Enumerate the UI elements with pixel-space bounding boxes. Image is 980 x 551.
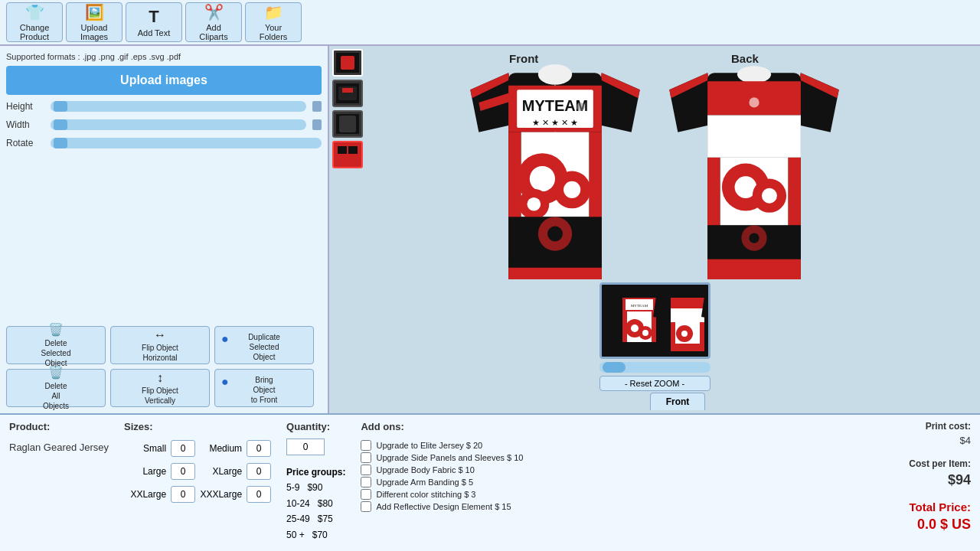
svg-rect-9 — [348, 146, 358, 154]
upload-images-button[interactable]: 🖼️ Upload Images — [66, 2, 122, 42]
svg-point-55 — [749, 97, 759, 107]
flip-vertical-button[interactable]: ↕️ Flip ObjectVertically — [110, 369, 210, 407]
zoom-slider[interactable] — [599, 362, 710, 373]
height-slider[interactable] — [51, 101, 306, 112]
view-panel[interactable]: Front Back — [329, 46, 980, 279]
addon-4-checkbox[interactable] — [361, 477, 371, 487]
svg-text:MYTEAM: MYTEAM — [631, 304, 648, 308]
addons-section: Add ons: Upgrade to Elite Jersey $ 20 Up… — [361, 421, 575, 545]
width-slider[interactable] — [51, 119, 306, 130]
height-slider-row: Height — [6, 101, 322, 112]
width-resize-handle[interactable] — [312, 119, 322, 130]
total-price-label: Total Price: — [879, 500, 971, 514]
svg-point-25 — [530, 165, 555, 191]
total-price-value: 0.0 $ US — [879, 517, 971, 533]
duplicate-selected-button[interactable]: ● DuplicateSelectedObject — [214, 326, 314, 364]
side-thumbnails — [329, 46, 366, 171]
cost-per-item-label: Cost per Item: — [879, 458, 971, 469]
xxlarge-input[interactable] — [171, 486, 195, 503]
bring-to-front-button[interactable]: ● BringObjectto Front — [214, 369, 314, 407]
flip-h-icon: ↔️ — [154, 328, 166, 344]
price-row-2: 10-24 $80 — [286, 496, 345, 511]
trash-all-icon: 🗑️ — [48, 365, 64, 381]
xxxlarge-input[interactable] — [247, 486, 271, 503]
svg-point-80 — [681, 331, 688, 337]
add-cliparts-button[interactable]: ✂️ Add Cliparts — [185, 2, 242, 42]
svg-rect-45 — [788, 157, 801, 225]
svg-point-67 — [631, 324, 639, 332]
small-input[interactable] — [171, 440, 195, 457]
left-panel: Supported formats : .jpg .png .gif .eps … — [0, 46, 329, 413]
price-row-3: 25-49 $75 — [286, 511, 345, 527]
svg-point-33 — [547, 226, 563, 241]
delete-selected-button[interactable]: 🗑️ DeleteSelectedObject — [6, 326, 106, 364]
height-resize-handle[interactable] — [312, 101, 322, 112]
front-jersey[interactable]: MYTEAM ★ ✕ ★ ✕ ★ — [467, 56, 643, 280]
addon-5-label: Different color stitching $ 3 — [376, 490, 475, 499]
your-folders-button[interactable]: 📁 Your Folders — [245, 2, 302, 42]
size-row-small: Small Medium — [124, 440, 271, 457]
bottom-bar: Product: Raglan Geared Jersey Sizes: Sma… — [0, 413, 980, 551]
rotate-slider-thumb — [54, 138, 67, 148]
addon-1-checkbox[interactable] — [361, 440, 371, 451]
flip-horizontal-button[interactable]: ↔️ Flip ObjectHorizontal — [110, 326, 210, 364]
product-name: Raglan Geared Jersey — [9, 442, 109, 453]
delete-all-button[interactable]: 🗑️ DeleteAllObjects — [6, 369, 106, 407]
price-row-4: 50 + $70 — [286, 527, 345, 543]
bring-front-icon: ● — [221, 374, 229, 390]
preview-section: MYTEAM ★✕★✕★ — [599, 282, 710, 391]
quantity-section: Quantity: 0 Price groups: 5-9 $90 10-24 … — [286, 421, 345, 545]
view-thumb-4[interactable] — [332, 141, 363, 168]
flip-v-icon: ↕️ — [157, 370, 163, 386]
zoom-thumb — [603, 362, 626, 373]
view-thumb-1[interactable] — [332, 49, 363, 77]
addon-5: Different color stitching $ 3 — [361, 489, 572, 500]
sizes-label: Sizes: — [124, 421, 271, 432]
svg-point-29 — [527, 197, 541, 210]
addon-1-label: Upgrade to Elite Jersey $ 20 — [376, 441, 482, 450]
xlarge-input[interactable] — [247, 463, 271, 480]
addon-3-checkbox[interactable] — [361, 465, 371, 475]
back-jersey[interactable] — [666, 56, 842, 280]
medium-input[interactable] — [247, 440, 271, 457]
addon-5-checkbox[interactable] — [361, 489, 371, 500]
svg-point-35 — [577, 102, 585, 110]
price-row-1: 5-9 $90 — [286, 480, 345, 495]
svg-point-50 — [762, 187, 777, 203]
product-label: Product: — [9, 421, 109, 432]
width-label: Width — [6, 119, 44, 130]
add-text-button[interactable]: T Add Text — [126, 2, 182, 42]
addon-1: Upgrade to Elite Jersey $ 20 — [361, 440, 572, 451]
clipart-icon: ✂️ — [204, 3, 224, 21]
svg-rect-76 — [671, 322, 675, 344]
addon-2-checkbox[interactable] — [361, 452, 371, 463]
addons-label: Add ons: — [361, 421, 575, 432]
large-input[interactable] — [171, 463, 195, 480]
price-groups-label: Price groups: — [286, 465, 345, 480]
svg-point-27 — [564, 181, 580, 197]
addon-6-checkbox[interactable] — [361, 501, 371, 512]
canvas-area: Front Back — [329, 46, 980, 413]
change-product-button[interactable]: 👕 Change Product — [6, 2, 63, 42]
image-icon: 🖼️ — [85, 3, 104, 21]
reset-zoom-button[interactable]: - Reset ZOOM - — [599, 376, 710, 391]
addon-3: Upgrade Body Fabric $ 10 — [361, 465, 572, 475]
height-slider-thumb — [54, 101, 67, 112]
svg-text:★ ✕ ★ ✕ ★: ★ ✕ ★ ✕ ★ — [532, 117, 578, 126]
svg-rect-1 — [341, 56, 354, 70]
view-thumb-2[interactable] — [332, 80, 363, 107]
print-cost-label: Print cost: — [879, 421, 971, 432]
upload-images-button[interactable]: Upload images — [6, 66, 322, 95]
svg-rect-6 — [339, 116, 356, 132]
sizes-section: Sizes: Small Medium Large XLarge XXLarge… — [124, 421, 271, 545]
addon-2-label: Upgrade Side Panels and Sleeves $ 10 — [376, 453, 523, 462]
addon-4: Upgrade Arm Banding $ 5 — [361, 477, 572, 487]
folder-icon: 📁 — [264, 3, 283, 21]
width-slider-row: Width — [6, 119, 322, 130]
preview-thumbnail[interactable]: MYTEAM ★✕★✕★ — [599, 282, 710, 359]
tab-front[interactable]: Front — [650, 393, 706, 410]
rotate-slider[interactable] — [51, 138, 322, 148]
cost-per-item-value: $94 — [879, 472, 971, 488]
view-thumb-3[interactable] — [332, 110, 363, 138]
duplicate-icon: ● — [221, 331, 229, 347]
